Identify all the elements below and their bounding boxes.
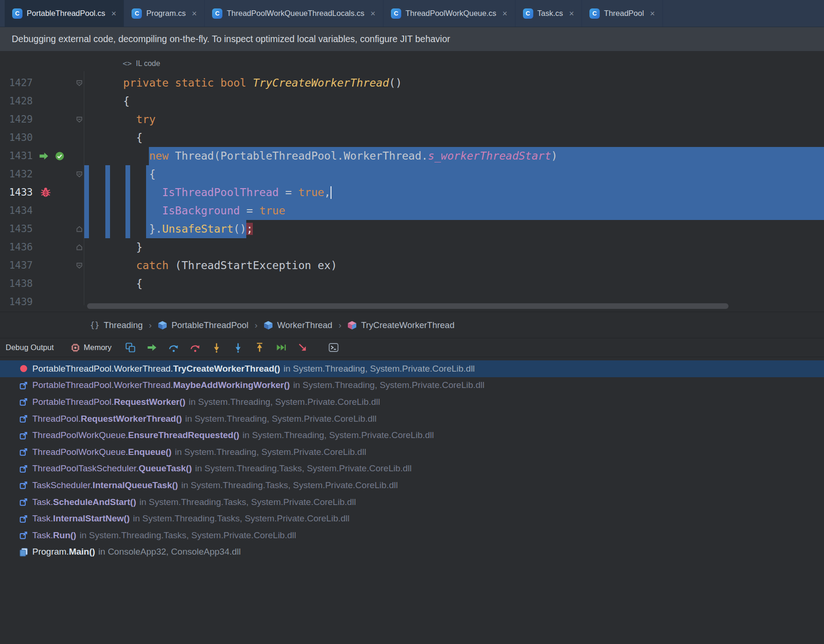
gutter: 1434	[0, 202, 84, 220]
frame-method: RequestWorker()	[114, 397, 185, 407]
frame-prefix: ThreadPoolTaskScheduler.	[32, 463, 139, 474]
close-icon[interactable]: ×	[502, 9, 508, 18]
smart-step-into-button[interactable]	[232, 342, 244, 353]
breadcrumb-portablethreadpool[interactable]: PortableThreadPool	[158, 320, 249, 330]
close-icon[interactable]: ×	[650, 9, 655, 18]
breadcrumb-workerthread[interactable]: WorkerThread	[264, 320, 332, 330]
breadcrumb-threading[interactable]: {}Threading	[90, 320, 143, 330]
code-line[interactable]: try	[84, 110, 824, 129]
force-step-over-button[interactable]	[189, 342, 201, 353]
frame-prefix: Task.	[32, 497, 53, 507]
editor-line: 1436}	[0, 238, 824, 256]
close-icon[interactable]: ×	[569, 9, 574, 18]
frame-prefix: ThreadPoolWorkQueue.	[32, 447, 128, 457]
code-lens-icon: <>	[123, 59, 132, 68]
step-over-button[interactable]	[168, 342, 179, 353]
external-frame-icon	[19, 464, 28, 473]
code-line[interactable]: IsBackground = true	[84, 202, 824, 220]
fold-end-icon[interactable]	[76, 226, 83, 233]
stack-frame[interactable]: PortableThreadPool.WorkerThread.MaybeAdd…	[0, 377, 824, 394]
frame-prefix: Program.	[32, 547, 69, 557]
il-code-lens[interactable]: <> IL code	[123, 59, 160, 68]
step-into-button[interactable]	[211, 342, 222, 353]
fold-collapse-icon[interactable]	[76, 80, 83, 87]
memory-tab[interactable]: Memory	[71, 343, 112, 352]
line-number: 1432	[9, 165, 33, 183]
step-out-button[interactable]	[254, 342, 265, 353]
stack-frame[interactable]: Task.ScheduleAndStart()in System.Threadi…	[0, 494, 824, 511]
debug-toolbar: Debug Output Memory	[0, 338, 824, 357]
csharp-file-icon: C	[523, 8, 533, 19]
gutter: 1439	[0, 293, 84, 311]
breakpoint-bug-icon[interactable]	[39, 186, 52, 199]
resume-button[interactable]	[146, 342, 158, 353]
breadcrumb-label: PortableThreadPool	[171, 320, 249, 330]
tab-program-cs[interactable]: CProgram.cs×	[124, 0, 205, 27]
tab-label: Task.cs	[537, 9, 563, 18]
breadcrumb-label: TryCreateWorkerThread	[361, 320, 454, 330]
line-number: 1427	[9, 74, 33, 92]
tab-bar: CPortableThreadPool.cs×CProgram.cs×CThre…	[0, 0, 824, 27]
debug-output-tab[interactable]: Debug Output	[6, 343, 54, 352]
console-button[interactable]	[328, 342, 339, 353]
close-icon[interactable]: ×	[370, 9, 375, 18]
tab-label: PortableThreadPool.cs	[27, 9, 105, 18]
run-to-cursor-button[interactable]	[275, 342, 287, 353]
frame-prefix: TaskScheduler.	[32, 480, 93, 490]
code-line[interactable]: catch (ThreadStartException ex)	[84, 256, 824, 275]
stack-frame[interactable]: ThreadPool.RequestWorkerThread()in Syste…	[0, 410, 824, 427]
tab-threadpool[interactable]: CThreadPool×	[582, 0, 663, 27]
stack-frame[interactable]: TaskScheduler.InternalQueueTask()in Syst…	[0, 477, 824, 494]
code-editor[interactable]: <> IL code 1427private static bool TryCr…	[0, 51, 824, 312]
stack-frame[interactable]: ThreadPoolTaskScheduler.QueueTask()in Sy…	[0, 461, 824, 477]
frame-prefix: Task.	[32, 513, 53, 524]
fold-collapse-icon[interactable]	[76, 171, 83, 178]
execution-pointer-icon	[38, 151, 49, 161]
banner-text: Debugging external code, decompiling on-…	[12, 34, 450, 44]
decompile-banner: Debugging external code, decompiling on-…	[0, 27, 824, 51]
close-icon[interactable]: ×	[192, 9, 197, 18]
close-icon[interactable]: ×	[111, 9, 117, 18]
stack-frame[interactable]: Task.InternalStartNew()in System.Threadi…	[0, 510, 824, 527]
horizontal-scrollbar[interactable]	[87, 303, 728, 309]
external-frame-icon	[19, 414, 28, 424]
fold-collapse-icon[interactable]	[76, 116, 83, 123]
code-text: {	[84, 92, 824, 110]
code-line[interactable]: IsThreadPoolThread = true,	[84, 183, 824, 202]
frame-prefix: ThreadPool.	[32, 414, 81, 424]
tab-threadpoolworkqueue-cs[interactable]: CThreadPoolWorkQueue.cs×	[383, 0, 515, 27]
tab-task-cs[interactable]: CTask.cs×	[515, 0, 582, 27]
stack-frame[interactable]: Program.Main()in ConsoleApp32, ConsoleAp…	[0, 544, 824, 561]
external-frame-icon	[19, 381, 28, 390]
fold-collapse-icon[interactable]	[76, 262, 83, 269]
code-line[interactable]: {	[84, 165, 824, 183]
stack-frame[interactable]: ThreadPoolWorkQueue.Enqueue()in System.T…	[0, 444, 824, 461]
stack-frame[interactable]: ThreadPoolWorkQueue.EnsureThreadRequeste…	[0, 427, 824, 444]
code-line[interactable]: new Thread(PortableThreadPool.WorkerThre…	[84, 147, 824, 165]
external-frame-icon	[19, 397, 28, 407]
frame-prefix: Task.	[32, 530, 53, 541]
force-run-to-cursor-button[interactable]	[297, 342, 309, 353]
code-line[interactable]: {	[84, 129, 824, 147]
code-line[interactable]: }.UnsafeStart();	[84, 220, 824, 238]
external-frame-icon	[19, 447, 28, 457]
code-line[interactable]: {	[84, 92, 824, 110]
debug-actions	[125, 342, 349, 353]
show-execution-point-button[interactable]	[125, 342, 136, 353]
tab-portablethreadpool-cs[interactable]: CPortableThreadPool.cs×	[5, 0, 124, 27]
stack-frame[interactable]: PortableThreadPool.WorkerThread.TryCreat…	[0, 360, 824, 377]
code-text: IsBackground = true	[84, 202, 824, 220]
code-line[interactable]: }	[84, 238, 824, 256]
frame-location: in System.Threading, System.Private.Core…	[175, 447, 366, 457]
breadcrumb-trycreateworkerthread[interactable]: TryCreateWorkerThread	[347, 320, 454, 330]
code-line[interactable]: private static bool TryCreateWorkerThrea…	[84, 74, 824, 92]
code-line[interactable]: {	[84, 275, 824, 293]
csharp-file-icon: C	[132, 8, 142, 19]
csharp-file-icon: C	[12, 8, 22, 19]
stack-frame[interactable]: Task.Run()in System.Threading.Tasks, Sys…	[0, 527, 824, 544]
fold-end-icon[interactable]	[76, 244, 83, 251]
frame-method: QueueTask()	[139, 463, 192, 474]
gutter: 1437	[0, 256, 84, 275]
stack-frame[interactable]: PortableThreadPool.RequestWorker()in Sys…	[0, 394, 824, 410]
tab-threadpoolworkqueuethreadlocals-cs[interactable]: CThreadPoolWorkQueueThreadLocals.cs×	[205, 0, 383, 27]
